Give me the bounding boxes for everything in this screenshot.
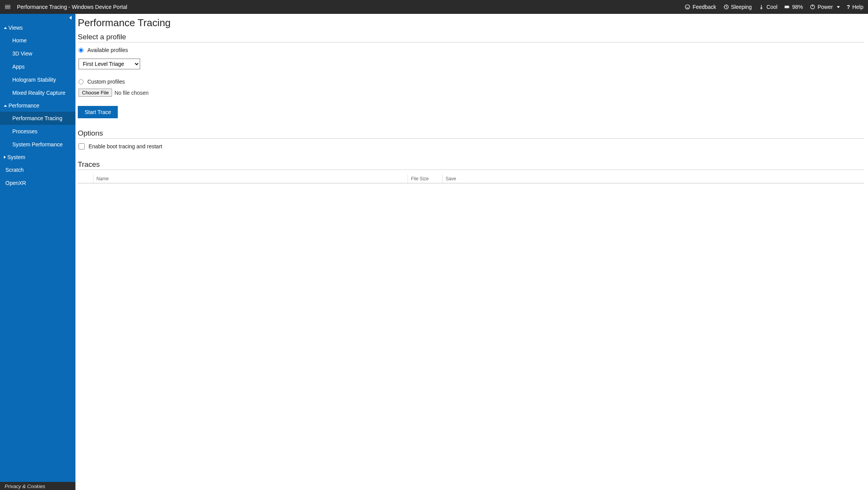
- triangle-up-icon: [4, 27, 7, 29]
- privacy-cookies-link[interactable]: Privacy & Cookies: [0, 482, 75, 490]
- thermal-label: Cool: [766, 4, 778, 10]
- radio-available-profiles[interactable]: Available profiles: [79, 47, 864, 53]
- traces-col-blank: [78, 175, 93, 183]
- radio-custom-profiles[interactable]: Custom profiles: [79, 79, 864, 85]
- section-traces: Traces: [78, 160, 864, 170]
- nav-item-home[interactable]: Home: [0, 34, 75, 47]
- nav-item-openxr[interactable]: OpenXR: [0, 176, 75, 190]
- power-label: Power: [818, 4, 833, 10]
- nav-group-system[interactable]: System: [0, 151, 75, 163]
- window-title: Performance Tracing - Windows Device Por…: [17, 4, 127, 10]
- feedback-button[interactable]: Feedback: [685, 4, 716, 10]
- nav-item-scratch[interactable]: Scratch: [0, 163, 75, 176]
- sleeping-status[interactable]: Sleeping: [723, 4, 752, 10]
- nav-item-3d-view[interactable]: 3D View: [0, 47, 75, 60]
- power-menu[interactable]: Power: [810, 4, 840, 10]
- hamburger-menu-button[interactable]: [3, 2, 12, 12]
- history-icon: [723, 4, 729, 10]
- svg-rect-6: [789, 7, 789, 7]
- nav-group-performance[interactable]: Performance: [0, 99, 75, 112]
- nav-group-views[interactable]: Views: [0, 22, 75, 34]
- help-button[interactable]: ? Help: [847, 4, 863, 10]
- traces-col-save[interactable]: Save: [442, 175, 864, 183]
- svg-rect-7: [785, 6, 789, 8]
- boot-tracing-checkbox-row[interactable]: Enable boot tracing and restart: [79, 143, 864, 149]
- nav-item-mixed-reality-capture[interactable]: Mixed Reality Capture: [0, 86, 75, 99]
- smiley-icon: [685, 4, 690, 10]
- nav-item-hologram-stability[interactable]: Hologram Stability: [0, 73, 75, 86]
- triangle-right-icon: [4, 156, 6, 159]
- nav-item-apps[interactable]: Apps: [0, 60, 75, 73]
- boot-tracing-checkbox[interactable]: [79, 143, 85, 149]
- thermometer-icon: [759, 4, 764, 10]
- radio-available-label: Available profiles: [87, 47, 128, 53]
- nav-group-label: Views: [8, 25, 23, 31]
- nav-item-processes[interactable]: Processes: [0, 125, 75, 138]
- svg-point-0: [685, 5, 689, 9]
- topbar: Performance Tracing - Windows Device Por…: [0, 0, 868, 14]
- nav-group-label: System: [7, 154, 25, 160]
- svg-point-2: [688, 6, 689, 7]
- file-chosen-label: No file chosen: [114, 90, 149, 96]
- nav-group-label: Performance: [8, 102, 39, 109]
- svg-point-4: [761, 8, 762, 9]
- help-label: Help: [852, 4, 863, 10]
- feedback-label: Feedback: [692, 4, 716, 10]
- traces-table: Name File Size Save: [78, 175, 864, 183]
- sidebar: ViewsHome3D ViewAppsHologram StabilityMi…: [0, 14, 75, 490]
- page-title: Performance Tracing: [78, 17, 864, 29]
- start-trace-button[interactable]: Start Trace: [78, 106, 118, 118]
- nav-item-system-performance[interactable]: System Performance: [0, 138, 75, 151]
- question-icon: ?: [847, 4, 850, 10]
- nav-item-performance-tracing[interactable]: Performance Tracing: [0, 112, 75, 125]
- chevron-down-icon: [837, 6, 840, 8]
- triangle-up-icon: [4, 105, 7, 107]
- choose-file-button[interactable]: Choose File: [79, 89, 112, 97]
- thermal-status[interactable]: Cool: [759, 4, 778, 10]
- traces-col-name[interactable]: Name: [93, 175, 408, 183]
- sidebar-collapse-button[interactable]: [0, 14, 75, 22]
- profile-select[interactable]: First Level Triage: [79, 59, 140, 69]
- battery-icon: [784, 4, 790, 10]
- section-select-profile: Select a profile: [78, 33, 864, 42]
- radio-available-input[interactable]: [79, 48, 84, 53]
- radio-custom-input[interactable]: [79, 79, 84, 84]
- main-content: Performance Tracing Select a profile Ava…: [75, 14, 868, 490]
- traces-col-file-size[interactable]: File Size: [408, 175, 442, 183]
- radio-custom-label: Custom profiles: [87, 79, 125, 85]
- boot-tracing-label: Enable boot tracing and restart: [89, 143, 162, 149]
- chevron-left-icon: [69, 16, 72, 20]
- svg-point-1: [687, 6, 687, 7]
- sleeping-label: Sleeping: [731, 4, 752, 10]
- battery-label: 98%: [792, 4, 803, 10]
- section-options: Options: [78, 129, 864, 139]
- power-icon: [810, 4, 815, 10]
- battery-status[interactable]: 98%: [784, 4, 803, 10]
